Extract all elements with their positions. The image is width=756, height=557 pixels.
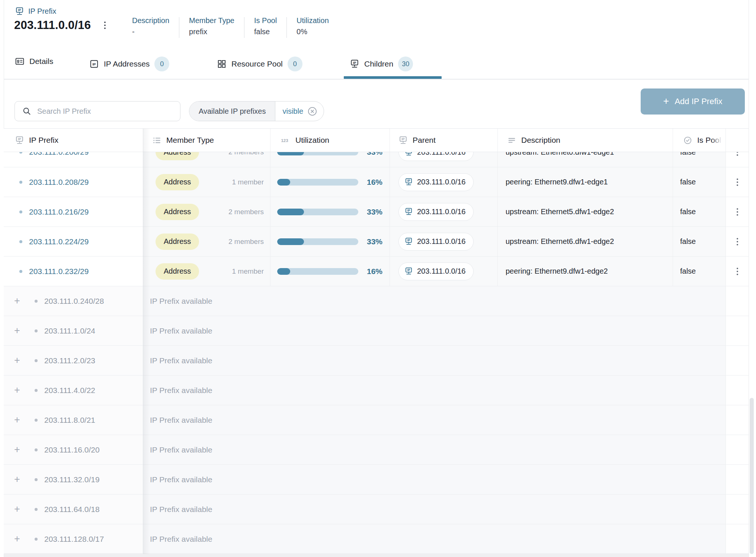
member-type-badge: Address (156, 263, 199, 280)
title-menu-button[interactable] (102, 19, 108, 31)
page-title: 203.111.0.0/16 (14, 19, 91, 32)
row-bullet-icon (35, 329, 38, 332)
member-type-badge: Address (156, 152, 199, 160)
page-right-border (749, 0, 749, 557)
meta-label: Description (132, 16, 169, 25)
tab-children[interactable]: Children 30 (350, 57, 413, 71)
members-count: 1 member (232, 267, 264, 276)
table-row-available[interactable]: +203.111.0.240/28 IP Prefix available (4, 286, 749, 316)
divider (244, 17, 244, 38)
add-child-prefix-button[interactable]: + (14, 415, 25, 425)
column-label: IP Prefix (29, 136, 58, 145)
row-menu-button[interactable] (734, 176, 740, 188)
ip-prefix-link[interactable]: 203.111.0.200/29 (29, 152, 89, 157)
table-row-available[interactable]: +203.111.2.0/23 IP Prefix available (4, 346, 749, 376)
column-header-is-pool[interactable]: Is Pool (673, 129, 725, 152)
ip-prefix-icon (404, 178, 413, 186)
table-row-available[interactable]: +203.111.32.0/19 IP Prefix available (4, 465, 749, 495)
table-row-available[interactable]: +203.111.1.0/24 IP Prefix available (4, 316, 749, 346)
text-lines-icon (507, 136, 516, 145)
tab-ip-addresses[interactable]: IP Addresses 0 (89, 57, 169, 71)
row-menu-button[interactable] (734, 152, 740, 158)
add-ip-prefix-button[interactable]: + Add IP Prefix (641, 88, 745, 115)
parent-pill[interactable]: 203.111.0.0/16 (398, 152, 474, 161)
breadcrumb[interactable]: IP Prefix (15, 7, 56, 16)
filter-chip-name: Available IP prefixes (189, 102, 275, 121)
table-row[interactable]: 203.111.0.232/29 Address1 member 16% 203… (4, 257, 749, 286)
add-child-prefix-button[interactable]: + (14, 445, 25, 455)
description-text: upstream: Ethernet6.dfw1-edge2 (506, 237, 614, 246)
table-row-available[interactable]: +203.111.64.0/18 IP Prefix available (4, 495, 749, 524)
id-card-icon (15, 57, 25, 66)
ip-prefix-link[interactable]: 203.111.0.216/29 (29, 207, 89, 216)
available-label: IP Prefix available (150, 535, 212, 544)
column-header-utilization[interactable]: Utilization (270, 129, 390, 152)
parent-pill[interactable]: 203.111.0.0/16 (398, 203, 474, 221)
tab-resource-pool[interactable]: Resource Pool 0 (217, 57, 302, 71)
divider (179, 17, 179, 38)
available-prefix: 203.111.64.0/18 (44, 505, 100, 514)
members-count: 2 members (228, 238, 264, 246)
members-count: 2 members (228, 208, 264, 216)
breadcrumb-label[interactable]: IP Prefix (28, 7, 56, 16)
vertical-scrollbar-thumb[interactable] (750, 398, 754, 554)
filter-chip[interactable]: Available IP prefixes visible (189, 101, 324, 121)
add-child-prefix-button[interactable]: + (14, 296, 25, 306)
table-row-available[interactable]: +203.111.8.0/21 IP Prefix available (4, 405, 749, 435)
row-menu-button[interactable] (734, 236, 740, 248)
utilization-bar-fill (277, 152, 304, 155)
children-table: IP Prefix Member Type Utilization Parent… (4, 128, 749, 554)
parent-pill[interactable]: 203.111.0.0/16 (398, 263, 474, 280)
row-bullet-icon (35, 538, 38, 541)
column-label: Description (521, 136, 560, 145)
grid-icon (217, 59, 227, 69)
ip-prefix-link[interactable]: 203.111.0.224/29 (29, 237, 89, 246)
meta-label: Utilization (297, 16, 329, 25)
available-label: IP Prefix available (150, 386, 212, 395)
ip-prefix-icon (350, 59, 359, 69)
ip-prefix-link[interactable]: 203.111.0.232/29 (29, 267, 89, 276)
add-child-prefix-button[interactable]: + (14, 534, 25, 544)
clipped-row-window: 203.111.0.200/29 Address2 members 33% 20… (4, 152, 749, 167)
available-prefix: 203.111.1.0/24 (44, 326, 95, 335)
utilization-bar-fill (277, 238, 304, 245)
add-button-label: Add IP Prefix (675, 97, 722, 106)
table-row-available[interactable]: +203.111.16.0/20 IP Prefix available (4, 435, 749, 465)
table-row[interactable]: 203.111.0.216/29 Address2 members 33% 20… (4, 197, 749, 227)
row-bullet-icon (35, 300, 38, 303)
column-header-member-type[interactable]: Member Type (143, 129, 270, 152)
ip-prefix-icon (15, 136, 24, 145)
horizontal-scrollbar-track[interactable] (4, 553, 749, 557)
column-header-parent[interactable]: Parent (390, 129, 497, 152)
table-row-available[interactable]: +203.111.4.0/22 IP Prefix available (4, 376, 749, 405)
parent-pill[interactable]: 203.111.0.0/16 (398, 173, 474, 191)
parent-prefix: 203.111.0.0/16 (417, 267, 466, 276)
table-row[interactable]: 203.111.0.200/29 Address2 members 33% 20… (4, 152, 749, 167)
search-input[interactable] (36, 107, 161, 116)
add-child-prefix-button[interactable]: + (14, 355, 25, 366)
tab-details[interactable]: Details (15, 57, 53, 66)
row-menu-button[interactable] (734, 206, 740, 218)
table-header-row: IP Prefix Member Type Utilization Parent… (4, 129, 749, 152)
search-box[interactable] (15, 101, 180, 121)
add-child-prefix-button[interactable]: + (14, 385, 25, 395)
add-child-prefix-button[interactable]: + (14, 504, 25, 514)
column-header-ip-prefix[interactable]: IP Prefix (4, 129, 143, 152)
remove-filter-icon[interactable] (307, 106, 317, 116)
plus-icon: + (663, 96, 669, 107)
table-row[interactable]: 203.111.0.224/29 Address2 members 33% 20… (4, 227, 749, 257)
available-prefix: 203.111.2.0/23 (44, 356, 95, 365)
add-child-prefix-button[interactable]: + (14, 326, 25, 336)
divider (286, 17, 287, 38)
parent-pill[interactable]: 203.111.0.0/16 (398, 233, 474, 251)
meta-value: 0% (297, 28, 329, 36)
row-menu-button[interactable] (734, 265, 740, 277)
parent-prefix: 203.111.0.0/16 (417, 237, 466, 246)
table-row[interactable]: 203.111.0.208/29 Address1 member 16% 203… (4, 167, 749, 197)
utilization-bar (277, 238, 358, 245)
add-child-prefix-button[interactable]: + (14, 474, 25, 484)
column-label: Parent (413, 136, 436, 145)
table-row-available[interactable]: +203.111.128.0/17 IP Prefix available (4, 524, 749, 554)
column-header-description[interactable]: Description (497, 129, 673, 152)
ip-prefix-link[interactable]: 203.111.0.208/29 (29, 178, 89, 187)
